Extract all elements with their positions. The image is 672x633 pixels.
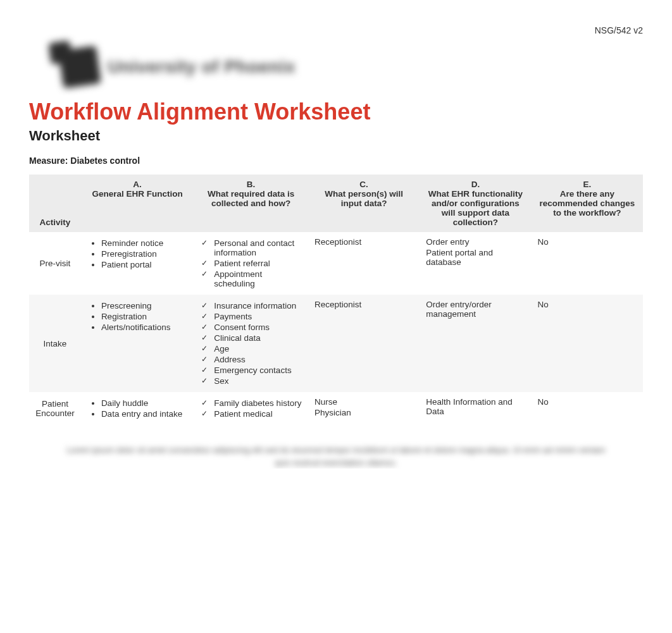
col-letter: E. (538, 180, 637, 189)
col-label: What EHR functionality and/or configurat… (428, 189, 523, 227)
list-item: Address (200, 355, 302, 364)
list-item: Clinical data (200, 333, 302, 343)
cell-activity: Intake (29, 295, 81, 392)
col-header-c: C. What person(s) will input data? (308, 175, 420, 232)
text-line: Nurse (314, 397, 413, 407)
text-line: Receptionist (314, 237, 413, 247)
list-item: Family diabetes history (200, 398, 302, 408)
list-item: Patient medical (200, 409, 302, 419)
document-page: NSG/542 v2 University of Phoenix Workflo… (0, 0, 672, 469)
text-line: Patient portal and database (426, 248, 525, 267)
col-letter: D. (426, 180, 525, 189)
text-line: Physician (314, 408, 413, 417)
list-item: Patient portal (101, 260, 187, 269)
table-row: Intake Prescreening Registration Alerts/… (29, 295, 643, 392)
footer-text-blurred: Lorem ipsum dolor sit amet consectetur a… (61, 444, 611, 469)
cell-activity: Patient Encounter (29, 392, 81, 425)
text-line: Receptionist (314, 300, 413, 309)
cell-b: Insurance information Payments Consent f… (194, 295, 308, 392)
text-line: Order entry/order management (426, 300, 525, 319)
cell-e: No (532, 295, 643, 392)
list-item: Insurance information (200, 301, 302, 310)
col-letter: B. (200, 180, 302, 189)
col-header-e: E. Are there any recommended changes to … (532, 175, 643, 232)
cell-a: Reminder notice Preregistration Patient … (81, 232, 194, 295)
list-item: Preregistration (101, 249, 187, 259)
document-subtitle: Worksheet (29, 128, 643, 144)
bullet-list: Reminder notice Preregistration Patient … (87, 238, 187, 269)
list-item: Emergency contacts (200, 366, 302, 375)
logo-text: University of Phoenix (108, 57, 296, 77)
cell-c: Receptionist (308, 232, 420, 295)
cell-c: Nurse Physician (308, 392, 420, 425)
list-item: Patient referral (200, 259, 302, 268)
text-line: Order entry (426, 237, 525, 247)
list-item: Reminder notice (101, 238, 187, 248)
cell-b: Family diabetes history Patient medical (194, 392, 308, 425)
table-body: Pre-visit Reminder notice Preregistratio… (29, 232, 643, 425)
bullet-list: Prescreening Registration Alerts/notific… (87, 301, 187, 332)
col-header-a: A. General EHR Function (81, 175, 194, 232)
col-header-activity: Activity (29, 175, 81, 232)
document-title: Workflow Alignment Worksheet (29, 99, 643, 125)
cell-c: Receptionist (308, 295, 420, 392)
table-row: Patient Encounter Daily huddle Data entr… (29, 392, 643, 425)
brand-logo: University of Phoenix (61, 48, 643, 86)
workflow-table: Activity A. General EHR Function B. What… (29, 175, 643, 425)
text-line: Health Information and Data (426, 397, 525, 416)
cell-d: Order entry/order management (420, 295, 531, 392)
col-label: General EHR Function (92, 189, 182, 199)
list-item: Alerts/notifications (101, 323, 187, 332)
col-label: What required data is collected and how? (208, 189, 294, 208)
list-item: Consent forms (200, 323, 302, 332)
col-label: Are there any recommended changes to the… (539, 189, 635, 218)
cell-d: Health Information and Data (420, 392, 531, 425)
course-code: NSG/542 v2 (29, 25, 643, 35)
cell-a: Daily huddle Data entry and intake (81, 392, 194, 425)
col-letter: A. (87, 180, 187, 189)
col-header-b: B. What required data is collected and h… (194, 175, 308, 232)
list-item: Personal and contact information (200, 238, 302, 257)
cell-d: Order entry Patient portal and database (420, 232, 531, 295)
col-label: What person(s) will input data? (325, 189, 403, 208)
cell-a: Prescreening Registration Alerts/notific… (81, 295, 194, 392)
col-letter: C. (314, 180, 413, 189)
cell-activity: Pre-visit (29, 232, 81, 295)
list-item: Age (200, 344, 302, 353)
list-item: Registration (101, 312, 187, 321)
cell-b: Personal and contact information Patient… (194, 232, 308, 295)
cell-e: No (532, 232, 643, 295)
list-item: Sex (200, 376, 302, 386)
list-item: Daily huddle (101, 398, 187, 408)
list-item: Prescreening (101, 301, 187, 310)
table-row: Pre-visit Reminder notice Preregistratio… (29, 232, 643, 295)
col-header-d: D. What EHR functionality and/or configu… (420, 175, 531, 232)
cell-e: No (532, 392, 643, 425)
list-item: Payments (200, 312, 302, 321)
bullet-list: Daily huddle Data entry and intake (87, 398, 187, 419)
list-item: Appointment scheduling (200, 269, 302, 288)
check-list: Family diabetes history Patient medical (200, 398, 302, 419)
table-header-row: Activity A. General EHR Function B. What… (29, 175, 643, 232)
measure-label: Measure: Diabetes control (29, 156, 643, 166)
list-item: Data entry and intake (101, 409, 187, 419)
check-list: Personal and contact information Patient… (200, 238, 302, 288)
logo-icon (58, 46, 101, 89)
check-list: Insurance information Payments Consent f… (200, 301, 302, 386)
